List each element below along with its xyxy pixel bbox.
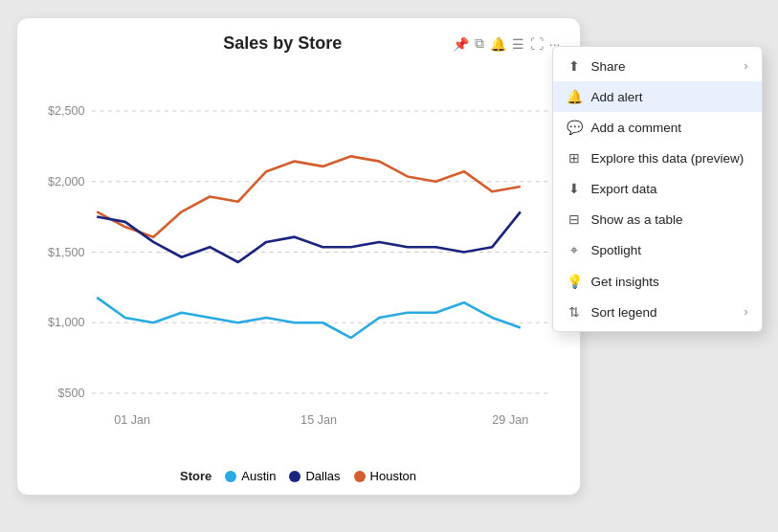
houston-dot [354,471,366,482]
dallas-label: Dallas [305,469,340,483]
menu-item-explore[interactable]: ⊞ Explore this data (preview) [553,143,762,173]
filter-icon[interactable]: ☰ [512,36,524,52]
austin-label: Austin [241,469,276,483]
bell-icon[interactable]: 🔔 [490,36,506,52]
menu-label-show-table: Show as a table [591,212,683,227]
legend-houston: Houston [354,469,416,483]
chart-legend: Store Austin Dallas Houston [36,469,561,483]
svg-text:$1,500: $1,500 [47,246,84,259]
svg-text:$1,000: $1,000 [47,316,84,329]
chart-card: Sales by Store 📌 ⧉ 🔔 ☰ ⛶ ··· .grid-line … [16,17,581,496]
alert-icon: 🔔 [567,89,582,104]
menu-label-insights: Get insights [591,275,659,289]
menu-item-share[interactable]: ⬆ Share › [553,51,762,81]
export-icon: ⬇ [567,181,582,196]
chart-svg: .grid-line { stroke: #ccc; stroke-width:… [36,61,561,463]
table-icon: ⊟ [567,211,582,227]
context-menu: ⬆ Share › 🔔 Add alert 💬 Add a comment ⊞ … [552,46,763,332]
svg-text:29 Jan: 29 Jan [492,413,528,427]
menu-item-export[interactable]: ⬇ Export data [553,173,762,204]
spotlight-icon: ⌖ [567,242,582,258]
chart-toolbar: 📌 ⧉ 🔔 ☰ ⛶ ··· [453,35,561,52]
insights-icon: 💡 [567,274,582,289]
austin-dot [225,471,236,482]
menu-item-sort-legend[interactable]: ⇅ Sort legend › [553,297,762,327]
menu-label-add-alert: Add alert [591,90,643,104]
comment-icon: 💬 [567,120,582,135]
svg-text:01 Jan: 01 Jan [114,413,150,427]
menu-item-show-table[interactable]: ⊟ Show as a table [553,204,762,234]
svg-text:$2,000: $2,000 [47,175,84,188]
svg-text:$500: $500 [57,387,84,400]
sort-arrow-icon: › [745,305,748,319]
menu-label-sort-legend: Sort legend [591,305,657,320]
menu-item-insights[interactable]: 💡 Get insights [553,266,762,297]
pin-icon[interactable]: 📌 [453,36,469,52]
dallas-dot [289,471,300,482]
chart-title: Sales by Store [113,33,453,54]
menu-label-export: Export data [591,182,657,196]
menu-label-explore: Explore this data (preview) [591,151,745,166]
legend-dallas: Dallas [289,469,340,483]
expand-icon[interactable]: ⛶ [530,36,544,52]
share-icon: ⬆ [567,58,582,74]
menu-label-spotlight: Spotlight [591,243,642,257]
chart-header: Sales by Store 📌 ⧉ 🔔 ☰ ⛶ ··· [36,33,561,54]
svg-text:15 Jan: 15 Jan [300,413,337,427]
explore-icon: ⊞ [567,150,582,166]
menu-item-spotlight[interactable]: ⌖ Spotlight [553,234,762,266]
houston-label: Houston [370,469,416,483]
sort-icon: ⇅ [567,304,582,320]
legend-store-label: Store [180,469,211,483]
svg-text:$2,500: $2,500 [47,104,84,118]
menu-label-share: Share [591,59,626,74]
menu-label-add-comment: Add a comment [591,121,682,135]
legend-austin: Austin [225,469,276,483]
copy-icon[interactable]: ⧉ [475,35,484,52]
menu-item-add-comment[interactable]: 💬 Add a comment [553,112,762,143]
share-arrow-icon: › [745,59,748,73]
chart-area: .grid-line { stroke: #ccc; stroke-width:… [36,61,561,463]
menu-item-add-alert[interactable]: 🔔 Add alert [553,81,762,112]
